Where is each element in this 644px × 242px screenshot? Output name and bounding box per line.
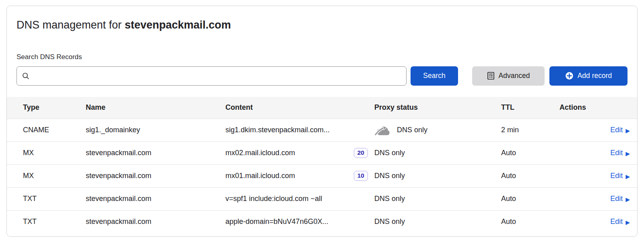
- record-name: stevenpackmail.com: [86, 142, 225, 164]
- proxy-status-label: DNS only: [374, 172, 405, 180]
- table-row: MX stevenpackmail.com mx01.mail.icloud.c…: [7, 164, 637, 187]
- record-content: mx02.mail.icloud.com: [225, 149, 295, 157]
- record-content: mx01.mail.icloud.com: [225, 172, 295, 180]
- page-title: DNS management for stevenpackmail.com: [7, 6, 637, 32]
- column-header-ttl: TTL: [501, 97, 559, 119]
- priority-badge: 10: [354, 171, 368, 181]
- domain-name: stevenpackmail.com: [125, 19, 231, 31]
- record-type: MX: [7, 142, 86, 164]
- edit-link-label: Edit: [610, 195, 623, 203]
- add-record-button[interactable]: Add record: [549, 66, 627, 86]
- record-name: sig1._domainkey: [86, 119, 225, 142]
- column-header-proxy-status: Proxy status: [374, 97, 501, 119]
- proxy-status-label: DNS only: [374, 195, 405, 203]
- column-header-content: Content: [225, 97, 374, 119]
- record-content: sig1.dkim.stevenpackmail.com...: [225, 126, 330, 134]
- edit-link-label: Edit: [610, 217, 623, 226]
- advanced-button-label: Advanced: [499, 72, 530, 80]
- caret-right-icon: ▶: [625, 128, 630, 133]
- caret-right-icon: ▶: [625, 174, 630, 179]
- list-document-icon: [487, 72, 495, 80]
- edit-link[interactable]: Edit▶: [610, 195, 630, 203]
- plus-circle-icon: [565, 72, 574, 80]
- proxy-status-label: DNS only: [374, 149, 405, 157]
- add-record-button-label: Add record: [578, 72, 612, 80]
- caret-right-icon: ▶: [625, 197, 630, 202]
- advanced-button[interactable]: Advanced: [472, 66, 545, 86]
- search-section: Search DNS Records Search: [7, 53, 637, 86]
- search-button-label: Search: [423, 72, 445, 80]
- record-ttl: Auto: [501, 187, 559, 210]
- table-row: MX stevenpackmail.com mx02.mail.icloud.c…: [7, 142, 637, 164]
- table-header-row: Type Name Content Proxy status TTL Actio…: [7, 97, 637, 119]
- edit-link-label: Edit: [610, 172, 623, 180]
- record-ttl: Auto: [501, 210, 559, 233]
- search-button[interactable]: Search: [411, 66, 458, 86]
- edit-link[interactable]: Edit▶: [610, 149, 630, 157]
- priority-badge: 20: [354, 148, 368, 158]
- column-header-type: Type: [7, 97, 86, 119]
- caret-right-icon: ▶: [625, 151, 630, 156]
- table-row: CNAME sig1._domainkey sig1.dkim.stevenpa…: [7, 119, 637, 142]
- dns-management-card: DNS management for stevenpackmail.com Se…: [6, 6, 638, 237]
- record-type: MX: [7, 164, 86, 187]
- proxy-status-label: DNS only: [374, 217, 405, 226]
- proxy-status-label: DNS only: [397, 126, 427, 134]
- edit-link[interactable]: Edit▶: [610, 126, 630, 134]
- search-label: Search DNS Records: [17, 53, 627, 61]
- record-type: CNAME: [7, 119, 86, 142]
- record-ttl: 2 min: [501, 119, 559, 142]
- record-content: apple-domain=bNuV47n6G0X...: [225, 217, 328, 226]
- caret-right-icon: ▶: [625, 219, 630, 225]
- gray-cloud-arrow-icon: [374, 125, 391, 136]
- page-title-prefix: DNS management for: [17, 19, 122, 31]
- search-input-container[interactable]: [17, 66, 407, 86]
- edit-link[interactable]: Edit▶: [610, 172, 630, 180]
- record-ttl: Auto: [501, 164, 559, 187]
- column-header-actions: Actions: [559, 97, 637, 119]
- table-row: TXT stevenpackmail.com apple-domain=bNuV…: [7, 210, 637, 233]
- edit-link[interactable]: Edit▶: [610, 217, 630, 226]
- record-type: TXT: [7, 187, 86, 210]
- edit-link-label: Edit: [610, 126, 623, 134]
- edit-link-label: Edit: [610, 149, 623, 157]
- record-content: v=spf1 include:icloud.com ~all: [225, 195, 322, 203]
- record-name: stevenpackmail.com: [86, 187, 225, 210]
- record-ttl: Auto: [501, 142, 559, 164]
- search-icon: [22, 72, 30, 80]
- search-input[interactable]: [33, 72, 401, 80]
- search-toolbar: Search Advanced Add: [17, 66, 627, 86]
- column-header-name: Name: [86, 97, 225, 119]
- record-name: stevenpackmail.com: [86, 210, 225, 233]
- dns-records-table: Type Name Content Proxy status TTL Actio…: [7, 97, 637, 233]
- record-name: stevenpackmail.com: [86, 164, 225, 187]
- table-row: TXT stevenpackmail.com v=spf1 include:ic…: [7, 187, 637, 210]
- record-type: TXT: [7, 210, 86, 233]
